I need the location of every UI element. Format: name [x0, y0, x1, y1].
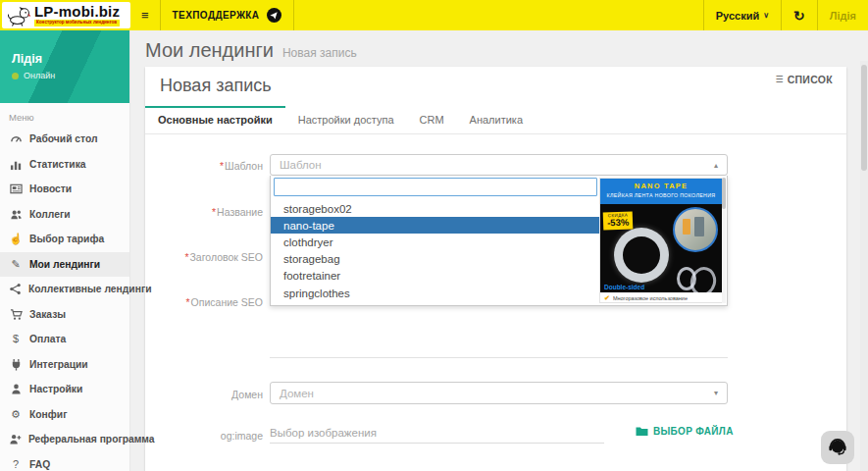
telegram-icon: [267, 8, 281, 23]
folder-icon: [636, 426, 648, 437]
sidebar-item-statistics[interactable]: Статистика: [0, 152, 129, 178]
main-content: Мои лендинги Новая запись Новая запись ☰…: [130, 30, 868, 471]
sidebar-toggle-button[interactable]: ≡: [130, 0, 161, 30]
topbar-spacer: [294, 0, 703, 30]
cart-icon: [9, 308, 23, 321]
sidebar-item-collective-landings[interactable]: Коллективные лендинги: [0, 277, 129, 302]
question-icon: ?: [9, 459, 23, 470]
page-scrollbar-thumb[interactable]: [861, 65, 867, 171]
hand-pointer-icon: ☝: [9, 234, 23, 244]
name-label: *Название: [145, 206, 263, 218]
page-header: Мои лендинги Новая запись: [145, 39, 357, 62]
sidebar-item-colleagues[interactable]: Коллеги: [0, 202, 129, 228]
page-title: Мои лендинги: [145, 39, 274, 62]
sidebar-item-orders[interactable]: Заказы: [0, 302, 129, 328]
newspaper-icon: [9, 183, 23, 195]
headset-icon: [827, 437, 848, 458]
user-plus-icon: [9, 433, 22, 445]
template-preview-thumbnail: NANO TAPE КЛЕЙКАЯ ЛЕНТА НОВОГО ПОКОЛЕНИЯ…: [599, 178, 723, 303]
og-image-label: og:image: [145, 430, 263, 442]
template-option-list: storagebox02 nano-tape clothdryer storag…: [271, 200, 599, 301]
tab-access-settings[interactable]: Настройки доступа: [285, 106, 407, 133]
dog-logo-icon: [6, 4, 31, 27]
sidebar-item-integrations[interactable]: Интеграции: [0, 352, 129, 378]
template-option[interactable]: springclothes: [271, 285, 599, 301]
template-option[interactable]: footretainer: [271, 268, 599, 285]
menu-section-label: Меню: [0, 103, 129, 127]
profile-panel: Лідія Онлайн: [0, 30, 129, 103]
plug-icon: [9, 358, 23, 371]
template-option[interactable]: storagebox02: [271, 200, 599, 217]
template-option-highlighted[interactable]: nano-tape: [271, 217, 599, 234]
profile-name: Лідія: [12, 52, 42, 66]
dashboard-icon: [9, 132, 23, 145]
pencil-icon: ✎: [9, 259, 23, 270]
share-nodes-icon: [9, 283, 22, 295]
sidebar-item-dashboard[interactable]: Рабочий стол: [0, 127, 129, 152]
domain-select[interactable]: Домен ▾: [270, 382, 728, 404]
domain-placeholder: Домен: [280, 388, 714, 399]
discount-badge: СКИДКА -53%: [603, 211, 634, 230]
template-placeholder: Шаблон: [280, 159, 714, 171]
chevron-up-icon: ▴: [714, 161, 718, 170]
og-image-input[interactable]: [270, 422, 604, 444]
chevron-down-icon: ∨: [763, 11, 769, 20]
logo-subtitle: Конструктор мобильных лендингов: [34, 20, 120, 26]
template-option[interactable]: clothdryer: [271, 234, 599, 250]
bar-chart-icon: [9, 158, 23, 171]
language-selector[interactable]: Русский ∨: [703, 0, 782, 30]
tab-main-settings[interactable]: Основные настройки: [145, 106, 285, 133]
refresh-button[interactable]: ↻: [782, 0, 818, 30]
breadcrumb: Новая запись: [282, 46, 357, 60]
template-option[interactable]: storagebag: [271, 251, 599, 268]
list-button[interactable]: ☰ СПИСОК: [776, 74, 833, 85]
online-status-label: Онлайн: [24, 71, 55, 80]
check-icon: ✔: [604, 294, 610, 302]
template-label: *Шаблон: [145, 160, 263, 172]
sidebar-item-faq[interactable]: ? FAQ: [0, 452, 129, 471]
usage-photo-inset: [673, 207, 718, 252]
app-window: LP-mobi.biz Конструктор мобильных лендин…: [0, 0, 868, 471]
dropdown-scrollbar-thumb[interactable]: [722, 178, 726, 209]
topbar: LP-mobi.biz Конструктор мобильных лендин…: [0, 0, 868, 30]
template-dropdown: storagebox02 nano-tape clothdryer storag…: [270, 176, 728, 306]
preview-note: Double-sided: [604, 284, 644, 290]
seo-description-label: *Описание SEO: [145, 296, 263, 308]
online-status-dot: [12, 73, 19, 79]
new-record-card: Новая запись ☰ СПИСОК Основные настройки…: [145, 67, 846, 471]
tab-analytics[interactable]: Аналитика: [457, 106, 536, 133]
sidebar: Лідія Онлайн Меню Рабочий стол Статистик…: [0, 30, 130, 471]
tab-bar: Основные настройки Настройки доступа CRM…: [145, 106, 846, 134]
sidebar-item-my-landings[interactable]: ✎ Мои лендинги: [0, 252, 129, 278]
preview-title: NANO TAPE: [600, 179, 722, 190]
topbar-username[interactable]: Лідія: [818, 0, 868, 30]
choose-file-button[interactable]: ВЫБОР ФАЙЛА: [636, 426, 734, 437]
preview-header: NANO TAPE КЛЕЙКАЯ ЛЕНТА НОВОГО ПОКОЛЕНИЯ: [600, 179, 722, 204]
logo[interactable]: LP-mobi.biz Конструктор мобильных лендин…: [2, 2, 130, 28]
template-select[interactable]: Шаблон ▴: [270, 154, 728, 176]
support-label: ТЕХПОДДЕРЖКА: [173, 10, 260, 21]
sidebar-menu: Рабочий стол Статистика Новости Коллеги …: [0, 127, 129, 471]
gears-icon: ⚙: [9, 409, 23, 420]
tech-support-link[interactable]: ТЕХПОДДЕРЖКА: [161, 0, 294, 30]
tab-crm[interactable]: CRM: [407, 106, 457, 133]
support-chat-button[interactable]: [821, 431, 854, 464]
logo-title: LP-mobi.biz: [34, 4, 120, 19]
dropdown-scrollbar[interactable]: [722, 178, 726, 303]
language-label: Русский: [716, 10, 759, 22]
page-scrollbar[interactable]: [860, 61, 868, 471]
dollar-icon: $: [9, 334, 23, 344]
users-icon: [9, 208, 23, 221]
domain-label: Домен: [145, 389, 263, 400]
sidebar-item-tariff[interactable]: ☝ Выбор тарифа: [0, 227, 129, 252]
template-search-input[interactable]: [274, 178, 597, 196]
hamburger-icon: ≡: [141, 8, 149, 23]
sidebar-item-news[interactable]: Новости: [0, 177, 129, 202]
sidebar-item-payment[interactable]: $ Оплата: [0, 327, 129, 352]
sidebar-item-config[interactable]: ⚙ Конфиг: [0, 402, 129, 428]
sidebar-item-referral[interactable]: Реферальная программа: [0, 427, 129, 452]
chevron-down-icon: ▾: [714, 389, 718, 397]
refresh-icon: ↻: [793, 8, 805, 24]
sidebar-item-settings[interactable]: Настройки: [0, 377, 129, 402]
seo-title-label: *Заголовок SEO: [145, 251, 263, 263]
